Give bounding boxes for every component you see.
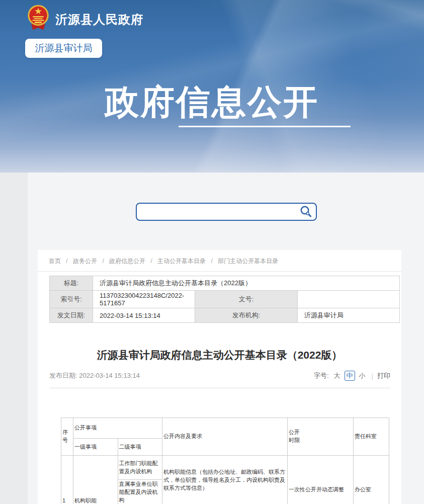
font-size-tools: 字号: 大 中 小 | 打印	[314, 371, 390, 381]
dept-tab-audit-bureau[interactable]: 沂源县审计局	[25, 39, 102, 58]
breadcrumb-separator: /	[66, 258, 67, 265]
cell-level2: 直属事业单位职能配置及内设机构	[118, 480, 162, 504]
publish-date-value: 2022-03-14 15:13:14	[79, 372, 140, 379]
breadcrumb-dept-catalog[interactable]: 部门主动公开基本目录	[218, 258, 278, 265]
dept-tab-label: 沂源县审计局	[35, 42, 93, 55]
font-size-medium-button[interactable]: 中	[345, 371, 355, 381]
header-time-limit: 公开 时限	[288, 418, 354, 456]
font-size-small-button[interactable]: 小	[359, 371, 366, 380]
header-level2: 二级事项	[118, 439, 162, 456]
meta-docnum-label: 文号:	[195, 291, 297, 308]
meta-row-date: 发文日期: 2022-03-14 15:13:14 发布机构: 沂源县审计局	[50, 308, 400, 323]
cell-seq: 1	[61, 456, 73, 504]
page-content-area: 首页 / 政务公开 / 政府信息公开 / 主动公开基本目录 / 部门主动公开基本…	[28, 173, 424, 504]
banner-light-streak	[107, 0, 424, 69]
header-matters: 公开事项	[73, 418, 162, 439]
meta-date-value: 2022-03-14 15:13:14	[93, 308, 195, 323]
font-size-label: 字号:	[314, 371, 329, 380]
header-content: 公开内容及要求	[162, 418, 288, 456]
meta-publisher-value: 沂源县审计局	[297, 308, 399, 323]
breadcrumb-gov-affairs[interactable]: 政务公开	[73, 258, 97, 265]
cell-level2: 工作部门职能配置及内设机构	[118, 456, 162, 480]
breadcrumb-catalog[interactable]: 主动公开基本目录	[157, 258, 206, 265]
top-banner: 沂源县人民政府 沂源县审计局 政府信息公开	[0, 0, 424, 173]
tools-separator: |	[372, 372, 373, 380]
page-title: 政府信息公开	[105, 85, 319, 119]
table-header-row: 序号 公开事项 公开内容及要求 公开 时限 责任科室	[61, 418, 389, 439]
meta-publisher-label: 发布机构:	[195, 308, 297, 323]
breadcrumb-separator: /	[102, 258, 104, 265]
meta-index-label: 索引号:	[50, 291, 93, 308]
document-meta-table: 标题: 沂源县审计局政府信息主动公开基本目录（2022版） 索引号: 11370…	[49, 276, 400, 323]
publish-info-row: 发布日期: 2022-03-14 15:13:14 字号: 大 中 小 | 打印	[38, 362, 401, 381]
header-seq: 序号	[61, 418, 73, 456]
publish-date-label: 发布日期:	[49, 372, 77, 379]
article-title: 沂源县审计局政府信息主动公开基本目录（2022版）	[38, 348, 401, 362]
meta-index-value: 11370323004223148C/2022-5171657	[93, 291, 195, 308]
breadcrumb-gov-info[interactable]: 政府信息公开	[109, 258, 145, 265]
national-emblem-icon	[27, 5, 50, 35]
meta-title-label: 标题:	[50, 276, 93, 291]
cell-time-limit: 一次性公开并动态调整	[288, 456, 354, 504]
cell-department: 办公室	[354, 456, 389, 504]
article-divider	[49, 388, 390, 388]
title-underline	[179, 126, 351, 127]
search-icon	[299, 212, 312, 220]
cell-level1: 机构职能	[73, 456, 118, 504]
search-box	[136, 203, 317, 221]
breadcrumb: 首页 / 政务公开 / 政府信息公开 / 主动公开基本目录 / 部门主动公开基本…	[38, 250, 401, 272]
meta-row-index: 索引号: 11370323004223148C/2022-5171657 文号:	[50, 291, 400, 308]
breadcrumb-separator: /	[211, 258, 212, 265]
site-name: 沂源县人民政府	[55, 12, 143, 28]
meta-title-value: 沂源县审计局政府信息主动公开基本目录（2022版）	[93, 276, 400, 291]
table-row: 1 机构职能 工作部门职能配置及内设机构 机构职能信息（包括办公地址、邮政编码、…	[61, 456, 389, 480]
meta-date-label: 发文日期:	[50, 308, 93, 323]
breadcrumb-home[interactable]: 首页	[49, 258, 61, 265]
search-input[interactable]	[142, 205, 293, 219]
header-department: 责任科室	[354, 418, 389, 456]
main-panel: 首页 / 政务公开 / 政府信息公开 / 主动公开基本目录 / 部门主动公开基本…	[38, 250, 401, 504]
font-size-large-button[interactable]: 大	[334, 371, 341, 380]
search-section	[28, 173, 424, 221]
search-button[interactable]	[299, 205, 313, 218]
cell-content: 机构职能信息（包括办公地址、邮政编码、联系方式，单位职责，领导姓名及分工，内设机…	[162, 456, 288, 504]
breadcrumb-separator: /	[150, 258, 152, 265]
header-level1: 一级事项	[73, 439, 118, 456]
meta-row-title: 标题: 沂源县审计局政府信息主动公开基本目录（2022版）	[50, 276, 400, 291]
site-brand-link[interactable]: 沂源县人民政府	[27, 5, 143, 35]
print-button[interactable]: 打印	[377, 371, 390, 380]
disclosure-catalog-table: 序号 公开事项 公开内容及要求 公开 时限 责任科室 一级事项 二级事项 1 机…	[61, 417, 389, 504]
meta-docnum-value	[297, 291, 399, 308]
publish-date: 发布日期: 2022-03-14 15:13:14	[49, 371, 140, 380]
